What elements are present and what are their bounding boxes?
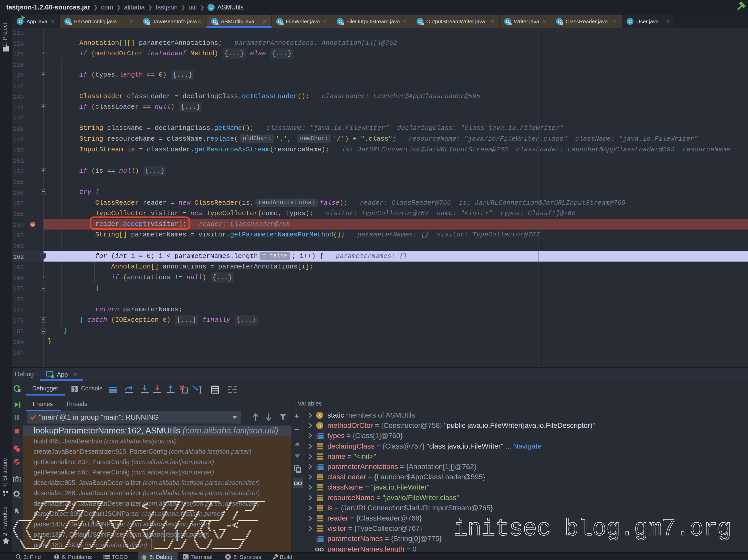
svg-text:3: 3	[317, 437, 318, 439]
svg-text:3: 3	[317, 468, 318, 470]
svg-text:3: 3	[317, 540, 318, 542]
